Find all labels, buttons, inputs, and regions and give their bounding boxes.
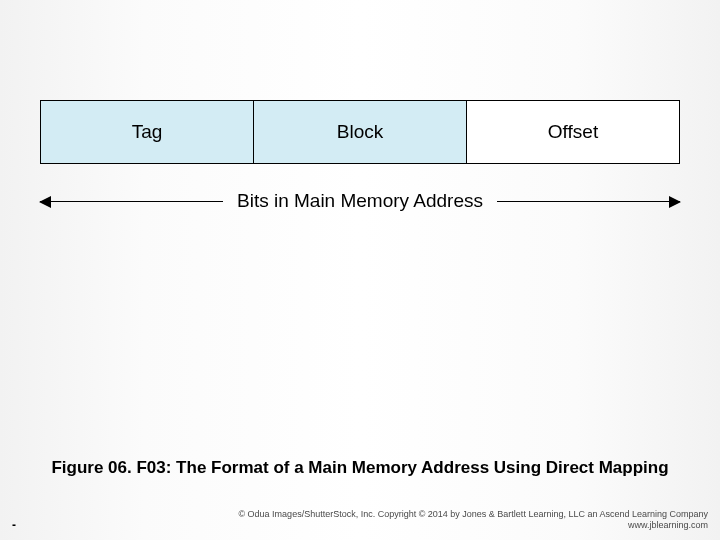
- arrow-right-icon: [497, 201, 680, 202]
- extent-indicator: Bits in Main Memory Address: [40, 190, 680, 212]
- footer-url: www.jblearning.com: [238, 520, 708, 532]
- arrow-left-icon: [40, 201, 223, 202]
- slide-footer: - © Odua Images/ShutterStock, Inc. Copyr…: [0, 509, 720, 532]
- address-fields-row: Tag Block Offset: [40, 100, 680, 164]
- field-tag: Tag: [41, 101, 254, 163]
- footer-copyright: © Odua Images/ShutterStock, Inc. Copyrig…: [238, 509, 708, 521]
- field-block: Block: [254, 101, 467, 163]
- extent-label: Bits in Main Memory Address: [223, 190, 497, 212]
- figure-caption: Figure 06. F03: The Format of a Main Mem…: [0, 458, 720, 478]
- field-offset: Offset: [467, 101, 679, 163]
- footer-dash: -: [12, 518, 16, 532]
- memory-address-diagram: Tag Block Offset Bits in Main Memory Add…: [40, 100, 680, 212]
